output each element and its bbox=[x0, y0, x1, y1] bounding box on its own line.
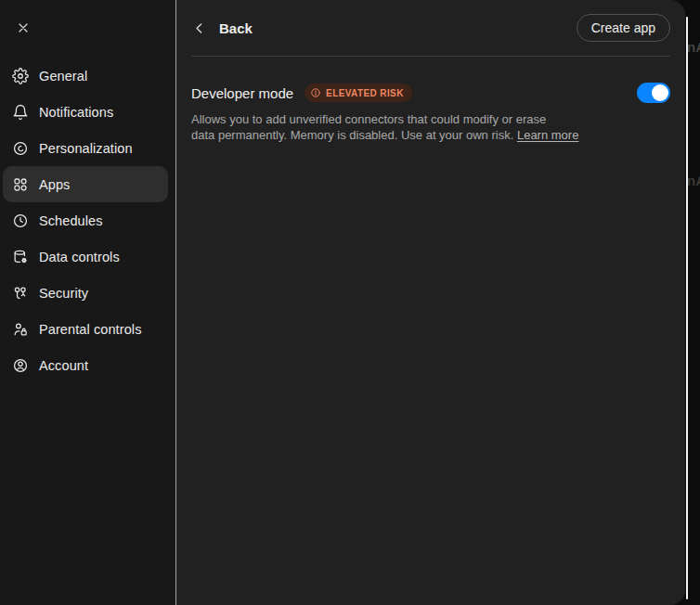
close-button[interactable] bbox=[13, 19, 33, 39]
sidebar-item-label: Account bbox=[39, 358, 88, 373]
sidebar-item-label: Schedules bbox=[39, 213, 103, 228]
chevron-left-icon bbox=[191, 20, 207, 36]
sidebar-item-label: Personalization bbox=[39, 141, 133, 156]
sidebar-item-label: Data controls bbox=[39, 250, 120, 264]
settings-modal: GeneralNotificationsPersonalizationAppsS… bbox=[0, 0, 685, 605]
create-app-button[interactable]: Create app bbox=[577, 14, 670, 42]
sidebar-item-security[interactable]: Security bbox=[3, 275, 168, 311]
sidebar-item-apps[interactable]: Apps bbox=[3, 166, 168, 202]
page-scrollbar[interactable] bbox=[686, 17, 688, 599]
description-line: data permanently. Memory is disabled. Us… bbox=[191, 128, 513, 142]
developer-mode-label: Developer mode bbox=[191, 85, 293, 101]
description-line: Allows you to add unverified connectors … bbox=[191, 112, 546, 126]
palette-icon bbox=[12, 140, 29, 157]
settings-nav: GeneralNotificationsPersonalizationAppsS… bbox=[3, 58, 168, 383]
sidebar-item-schedules[interactable]: Schedules bbox=[3, 202, 168, 238]
person-lock-icon bbox=[12, 321, 29, 338]
background-watermark-text: nA bbox=[687, 39, 700, 55]
back-button[interactable]: Back bbox=[191, 20, 253, 36]
sidebar-item-label: General bbox=[39, 69, 87, 84]
alert-circle-icon bbox=[310, 87, 321, 98]
bell-icon bbox=[12, 104, 29, 121]
sidebar-item-parental-controls[interactable]: Parental controls bbox=[3, 311, 168, 347]
sidebar-item-label: Parental controls bbox=[39, 322, 142, 337]
back-button-label: Back bbox=[219, 20, 253, 36]
apps-settings-panel: Back Create app Developer mode ELEVATED … bbox=[176, 0, 685, 605]
sidebar-item-account[interactable]: Account bbox=[3, 347, 168, 383]
sidebar-item-label: Notifications bbox=[39, 105, 113, 120]
sidebar-item-general[interactable]: General bbox=[3, 58, 168, 94]
sidebar-item-data-controls[interactable]: Data controls bbox=[3, 238, 168, 275]
apps-grid-icon bbox=[12, 176, 29, 193]
toggle-knob bbox=[652, 84, 668, 101]
developer-mode-description: Allows you to add unverified connectors … bbox=[191, 111, 618, 143]
sidebar-item-label: Security bbox=[39, 286, 88, 301]
settings-sidebar: GeneralNotificationsPersonalizationAppsS… bbox=[0, 0, 176, 605]
database-gear-icon bbox=[12, 249, 29, 265]
keys-icon bbox=[12, 285, 29, 302]
developer-mode-toggle[interactable] bbox=[637, 83, 670, 103]
elevated-risk-badge-label: ELEVATED RISK bbox=[326, 88, 404, 98]
person-circle-icon bbox=[12, 357, 29, 374]
sidebar-item-notifications[interactable]: Notifications bbox=[3, 94, 168, 130]
clock-icon bbox=[12, 212, 29, 229]
developer-mode-row: Developer mode ELEVATED RISK bbox=[191, 83, 670, 103]
settings-screen: nA nA GeneralNotificationsPersonalizatio… bbox=[0, 0, 700, 605]
background-watermark-text: nA bbox=[687, 173, 700, 188]
learn-more-link[interactable]: Learn more bbox=[517, 128, 578, 142]
panel-header: Back Create app bbox=[191, 0, 670, 57]
gear-icon bbox=[12, 68, 29, 84]
elevated-risk-badge: ELEVATED RISK bbox=[305, 84, 412, 102]
close-icon bbox=[16, 20, 31, 38]
sidebar-item-personalization[interactable]: Personalization bbox=[3, 130, 168, 166]
sidebar-item-label: Apps bbox=[39, 177, 70, 192]
